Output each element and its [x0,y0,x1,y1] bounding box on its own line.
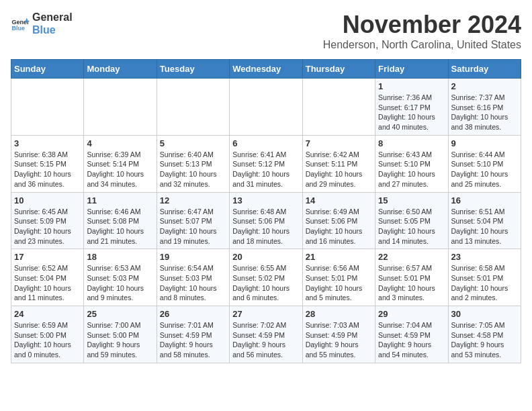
day-number: 29 [378,309,445,319]
calendar-cell: 23Sunrise: 6:58 AM Sunset: 5:01 PM Dayli… [448,249,521,306]
calendar-cell: 15Sunrise: 6:50 AM Sunset: 5:05 PM Dayli… [375,192,448,249]
day-number: 27 [232,309,299,319]
day-detail: Sunrise: 6:53 AM Sunset: 5:03 PM Dayligh… [87,263,153,303]
calendar-cell: 9Sunrise: 6:44 AM Sunset: 5:10 PM Daylig… [448,135,521,192]
calendar-cell: 7Sunrise: 6:42 AM Sunset: 5:11 PM Daylig… [302,135,375,192]
day-number: 20 [232,252,299,262]
calendar-cell [157,79,229,136]
day-detail: Sunrise: 6:41 AM Sunset: 5:12 PM Dayligh… [232,150,299,189]
calendar-week-row: 24Sunrise: 6:59 AM Sunset: 5:00 PM Dayli… [11,306,521,363]
day-detail: Sunrise: 6:45 AM Sunset: 5:09 PM Dayligh… [14,207,81,246]
calendar-cell: 19Sunrise: 6:54 AM Sunset: 5:03 PM Dayli… [157,249,229,306]
calendar-cell [230,79,302,136]
day-number: 3 [14,138,81,148]
day-detail: Sunrise: 7:02 AM Sunset: 4:59 PM Dayligh… [232,320,299,360]
month-title: November 2024 [323,11,521,39]
calendar-cell [84,79,157,136]
day-detail: Sunrise: 6:59 AM Sunset: 5:00 PM Dayligh… [14,320,81,360]
day-detail: Sunrise: 7:03 AM Sunset: 4:59 PM Dayligh… [306,320,372,360]
calendar-cell: 27Sunrise: 7:02 AM Sunset: 4:59 PM Dayli… [230,306,302,363]
day-detail: Sunrise: 6:47 AM Sunset: 5:07 PM Dayligh… [160,207,226,246]
day-number: 16 [451,195,518,205]
day-number: 17 [14,252,81,262]
calendar-cell: 5Sunrise: 6:40 AM Sunset: 5:13 PM Daylig… [157,135,229,192]
day-number: 4 [87,138,153,148]
calendar-cell: 13Sunrise: 6:48 AM Sunset: 5:06 PM Dayli… [230,192,302,249]
weekday-header: Tuesday [157,60,229,79]
day-detail: Sunrise: 6:44 AM Sunset: 5:10 PM Dayligh… [451,150,518,189]
day-number: 12 [160,195,226,205]
weekday-header: Wednesday [230,60,302,79]
logo-line1: General [32,11,73,24]
day-detail: Sunrise: 6:42 AM Sunset: 5:11 PM Dayligh… [306,150,372,189]
day-number: 9 [451,138,518,148]
day-number: 23 [451,252,518,262]
day-number: 7 [306,138,372,148]
day-detail: Sunrise: 6:46 AM Sunset: 5:08 PM Dayligh… [87,207,153,246]
calendar-cell: 1Sunrise: 7:36 AM Sunset: 6:17 PM Daylig… [375,79,448,136]
day-number: 24 [14,309,81,319]
calendar-cell: 28Sunrise: 7:03 AM Sunset: 4:59 PM Dayli… [302,306,375,363]
weekday-header: Friday [375,60,448,79]
logo-line2: Blue [32,24,73,36]
svg-text:Blue: Blue [11,25,25,32]
day-number: 8 [378,138,445,148]
day-number: 19 [160,252,226,262]
title-block: November 2024 Henderson, North Carolina,… [323,11,521,51]
day-number: 21 [306,252,372,262]
calendar-cell: 21Sunrise: 6:56 AM Sunset: 5:01 PM Dayli… [302,249,375,306]
day-detail: Sunrise: 7:37 AM Sunset: 6:16 PM Dayligh… [451,93,518,132]
calendar-week-row: 1Sunrise: 7:36 AM Sunset: 6:17 PM Daylig… [11,79,521,136]
day-number: 22 [378,252,445,262]
calendar-cell: 14Sunrise: 6:49 AM Sunset: 5:06 PM Dayli… [302,192,375,249]
day-detail: Sunrise: 6:38 AM Sunset: 5:15 PM Dayligh… [14,150,81,189]
day-detail: Sunrise: 6:40 AM Sunset: 5:13 PM Dayligh… [160,150,226,189]
day-detail: Sunrise: 6:52 AM Sunset: 5:04 PM Dayligh… [14,263,81,303]
weekday-header: Sunday [11,60,84,79]
calendar-cell: 6Sunrise: 6:41 AM Sunset: 5:12 PM Daylig… [230,135,302,192]
calendar-cell: 3Sunrise: 6:38 AM Sunset: 5:15 PM Daylig… [11,135,84,192]
day-number: 26 [160,309,226,319]
day-number: 14 [306,195,372,205]
calendar-week-row: 17Sunrise: 6:52 AM Sunset: 5:04 PM Dayli… [11,249,521,306]
day-number: 10 [14,195,81,205]
day-detail: Sunrise: 6:58 AM Sunset: 5:01 PM Dayligh… [451,263,518,303]
calendar-cell: 25Sunrise: 7:00 AM Sunset: 5:00 PM Dayli… [84,306,157,363]
day-detail: Sunrise: 6:49 AM Sunset: 5:06 PM Dayligh… [306,207,372,246]
calendar-table: SundayMondayTuesdayWednesdayThursdayFrid… [11,59,521,363]
calendar-cell: 20Sunrise: 6:55 AM Sunset: 5:02 PM Dayli… [230,249,302,306]
calendar-cell: 30Sunrise: 7:05 AM Sunset: 4:58 PM Dayli… [448,306,521,363]
calendar-cell: 2Sunrise: 7:37 AM Sunset: 6:16 PM Daylig… [448,79,521,136]
day-number: 5 [160,138,226,148]
day-detail: Sunrise: 6:39 AM Sunset: 5:14 PM Dayligh… [87,150,153,189]
logo-icon: General Blue [11,14,30,33]
day-detail: Sunrise: 6:55 AM Sunset: 5:02 PM Dayligh… [232,263,299,303]
calendar-cell: 8Sunrise: 6:43 AM Sunset: 5:10 PM Daylig… [375,135,448,192]
calendar-cell: 18Sunrise: 6:53 AM Sunset: 5:03 PM Dayli… [84,249,157,306]
calendar-cell: 16Sunrise: 6:51 AM Sunset: 5:04 PM Dayli… [448,192,521,249]
location-title: Henderson, North Carolina, United States [323,39,521,51]
calendar-cell: 4Sunrise: 6:39 AM Sunset: 5:14 PM Daylig… [84,135,157,192]
day-detail: Sunrise: 6:51 AM Sunset: 5:04 PM Dayligh… [451,207,518,246]
day-detail: Sunrise: 6:56 AM Sunset: 5:01 PM Dayligh… [306,263,372,303]
calendar-header-row: SundayMondayTuesdayWednesdayThursdayFrid… [11,60,521,79]
day-detail: Sunrise: 7:05 AM Sunset: 4:58 PM Dayligh… [451,320,518,360]
weekday-header: Thursday [302,60,375,79]
day-detail: Sunrise: 7:01 AM Sunset: 4:59 PM Dayligh… [160,320,226,360]
day-number: 13 [232,195,299,205]
calendar-cell: 10Sunrise: 6:45 AM Sunset: 5:09 PM Dayli… [11,192,84,249]
day-detail: Sunrise: 6:57 AM Sunset: 5:01 PM Dayligh… [378,263,445,303]
calendar-week-row: 3Sunrise: 6:38 AM Sunset: 5:15 PM Daylig… [11,135,521,192]
day-number: 18 [87,252,153,262]
calendar-cell: 17Sunrise: 6:52 AM Sunset: 5:04 PM Dayli… [11,249,84,306]
calendar-cell [302,79,375,136]
page-header: General Blue General Blue November 2024 … [11,11,521,51]
day-detail: Sunrise: 6:48 AM Sunset: 5:06 PM Dayligh… [232,207,299,246]
weekday-header: Monday [84,60,157,79]
calendar-body: 1Sunrise: 7:36 AM Sunset: 6:17 PM Daylig… [11,79,521,363]
day-detail: Sunrise: 6:43 AM Sunset: 5:10 PM Dayligh… [378,150,445,189]
calendar-cell [11,79,84,136]
calendar-cell: 11Sunrise: 6:46 AM Sunset: 5:08 PM Dayli… [84,192,157,249]
day-detail: Sunrise: 6:54 AM Sunset: 5:03 PM Dayligh… [160,263,226,303]
calendar-cell: 22Sunrise: 6:57 AM Sunset: 5:01 PM Dayli… [375,249,448,306]
